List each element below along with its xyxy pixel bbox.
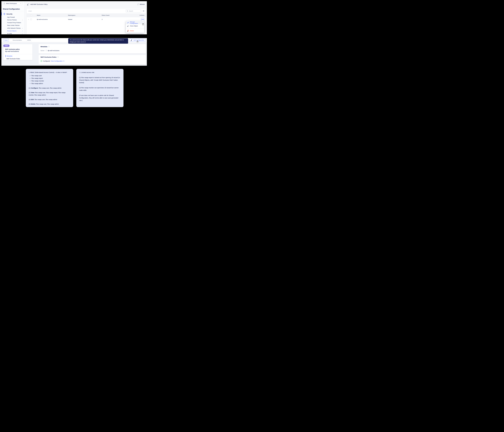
policy-kind-label: WAF exclusion policy [5,48,20,50]
grid-icon [4,3,5,4]
info-icon: ⓘ [57,56,59,58]
policy-side-panel: View WAF exclusion policy dp-waf-exclusi… [3,44,33,60]
cell-name: dp-waf-exclusions [34,19,68,20]
edit-configuration-button[interactable]: Edit Configuration [129,39,146,42]
search-input-wrap [126,9,141,12]
sidebar-item-service-policies[interactable]: Service Policies› [1,18,24,21]
sidebar-item-vk8s-network-policies[interactable]: vK8s Network Policies› [1,27,24,29]
configured-check-icon [41,60,42,62]
clone-lock-icon [127,25,129,27]
cell-namespace: shared [68,19,102,20]
column-header-rules-count[interactable]: Rules Count [102,15,132,16]
search-input[interactable] [129,10,140,12]
chevron-right-icon: › [22,33,23,35]
sidebar-item-forward-proxy-policies[interactable]: Forward Proxy Policies [1,21,24,24]
trash-lock-icon [127,30,129,32]
view-mode-tabs: Form Documentation JSON [3,39,32,42]
sidebar-item-app-firewall[interactable]: App Firewall [1,16,24,18]
gear-icon[interactable]: ⚙ [143,10,144,12]
note-paragraph: (2) f5xc-waap-monitor can open/view LB w… [79,87,121,91]
workspace-selector[interactable]: Select Workspace [2,2,22,5]
sidebar-title: Shared Configuration [3,8,20,10]
cell-rules-count: 3 [102,19,132,20]
table-toolbar: 1 item ⚙ [27,9,146,13]
workspace-selector-label: Select Workspace [6,3,19,4]
column-header-actions: Actions [132,15,146,16]
name-label: Name: [41,50,45,51]
table-header-row: Name Namespace Rules Count Actions [27,13,146,17]
sidebar-item-security[interactable]: Security [1,12,24,15]
column-header-name[interactable]: Name [34,15,68,16]
row-actions-button[interactable] [141,18,144,21]
policy-detail-window: Form Documentation JSON You cannot acces… [1,38,147,66]
sidebar-item-rate-limiter-policies[interactable]: Rate Limiter Policies [1,24,24,27]
refresh-label: Refresh [140,4,145,5]
expand-row-icon[interactable]: › [28,18,29,20]
select-all-checkbox[interactable] [30,15,32,16]
note-entry: (4) Delete: f5xc-waap-user, f5xc-waap-ad… [29,103,70,105]
note-card-limited-access: 2. Limited access role: (1) f5xc-waap-re… [76,69,124,107]
metadata-card-title: Metadata [41,46,47,48]
item-count: 1 item [28,10,32,12]
active-nav-indicator [5,55,6,57]
configured-status: Configured [43,60,50,62]
list-item: f5xc-waap-user [29,74,70,77]
tab-json[interactable]: JSON [26,39,32,41]
edit-configuration-label: Edit Configuration [134,39,144,41]
chevron-right-icon: › [22,19,23,21]
info-icon: ⓘ [45,50,47,52]
sidebar: Select Workspace Shared Configuration Se… [1,1,24,34]
chevron-right-icon [63,60,64,62]
list-item: f5xc-waap-monitor [29,80,70,82]
name-value: dp-waf-exclusions [48,50,59,51]
shield-icon [4,13,5,15]
chevron-right-icon: › [22,27,23,29]
sidebar-item-shared-objects[interactable]: Shared Objects› [1,29,24,32]
refresh-button[interactable]: Refresh [137,3,145,5]
menu-item-delete[interactable]: Delete [126,29,144,32]
search-icon [127,10,128,12]
view-mode-badge: View [3,44,9,47]
panel-nav-metadata[interactable]: Metadata [7,55,12,57]
add-waf-exclusion-policy-label: Add WAF Exclusion Policy [30,4,47,5]
metadata-card: Metadata ⓘ Name: ⓘ dp-waf-exclusions [38,44,146,53]
rules-card-title: WAF Exclusion Rules [41,56,56,58]
chevron-right-icon: › [22,30,23,32]
tab-form[interactable]: Form [3,39,9,42]
sidebar-item-ai-ml[interactable]: AI & ML› [1,32,24,35]
info-icon: ⓘ [48,46,49,48]
policy-name: dp-waf-exclusions [5,50,19,52]
list-item: f5xc-waap-report [29,77,70,79]
panel-nav-waf-exclusion-rules[interactable]: WAF Exclusion Rules [7,58,20,60]
note-card-rbac: 1. RBAC (Role-based Access Control) – 4 … [26,69,73,107]
waf-exclusion-rules-card: WAF Exclusion Rules ⓘ Configured View Co… [38,55,146,64]
console-window: Select Workspace Shared Configuration Se… [1,1,147,34]
tab-documentation[interactable]: Documentation [9,39,26,41]
column-header-namespace[interactable]: Namespace [68,15,102,16]
note-title: 2. Limited access role: [80,71,121,74]
note-title: 1. RBAC (Role-based Access Control) – 4 … [29,71,70,74]
pencil-lock-icon [131,39,133,41]
actions-context-menu: Manage Configuration Clone Object [126,21,144,33]
divider [3,54,32,54]
divider-notch [12,53,13,55]
add-waf-exclusion-policy-button[interactable]: Add WAF Exclusion Policy [27,3,47,6]
sidebar-item-security-label: Security [7,13,12,15]
note-entry: (1) Configure: f5xc-waap-user, f5xc-waap… [29,87,70,89]
page-header: Add WAF Exclusion Policy Refresh [24,1,147,8]
screenshot-canvas: Select Workspace Shared Configuration Se… [0,0,148,108]
pencil-icon [127,22,129,24]
list-item: f5xc-waap-admin [29,82,70,85]
role-list: f5xc-waap-user f5xc-waap-report f5xc-waa… [29,74,70,85]
role-access-tooltip: You cannot access this feature with your… [68,38,128,44]
row-checkbox[interactable] [30,19,32,20]
menu-item-clone-object[interactable]: Clone Object [126,24,144,28]
note-entry: (2) View: f5xc-waap-user, f5xc-waap-repo… [29,91,70,96]
lock-plus-icon [27,3,29,6]
note-paragraph: (If user does not have user or admin rol… [79,94,121,102]
refresh-icon [137,3,139,5]
menu-item-manage-configuration[interactable]: Manage Configuration [126,21,144,24]
chevron-down-icon [20,3,21,4]
view-configuration-link[interactable]: View Configuration [51,60,63,62]
note-paragraph: (1) f5xc-waap-report is locked out from … [79,76,121,84]
